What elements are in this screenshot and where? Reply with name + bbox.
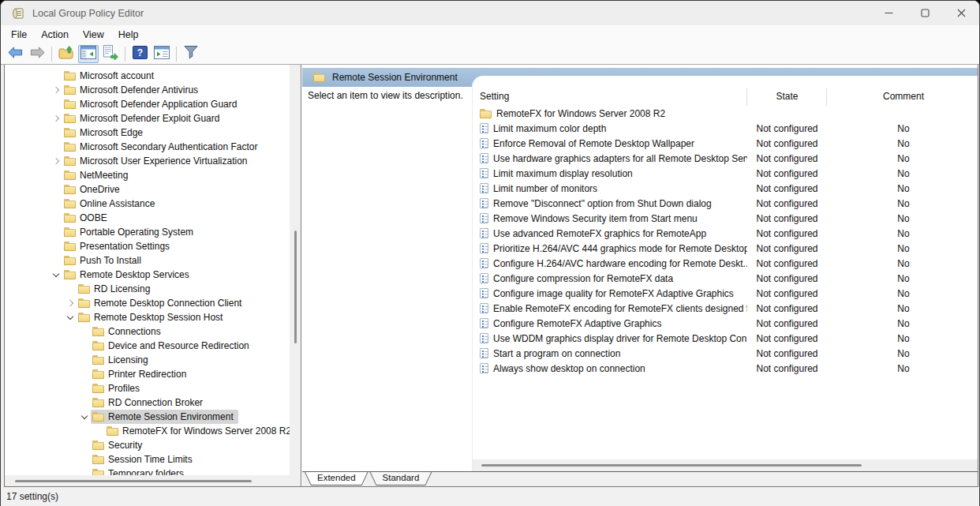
settings-list-row[interactable]: Remove Windows Security item from Start … — [473, 211, 978, 226]
settings-list-row[interactable]: Use hardware graphics adapters for all R… — [473, 151, 978, 166]
chevron-down-icon[interactable] — [50, 268, 62, 281]
tree-item-core[interactable]: Temporary folders — [91, 467, 189, 475]
tree-item[interactable]: NetMeeting — [5, 168, 290, 182]
tree-item-core[interactable]: Security — [91, 438, 147, 452]
menu-action[interactable]: Action — [34, 27, 76, 43]
up-one-level-button[interactable] — [56, 45, 77, 63]
tree-item-core[interactable]: Portable Operating System — [62, 225, 198, 239]
setting-cell[interactable]: Use advanced RemoteFX graphics for Remot… — [473, 228, 747, 239]
tree-item[interactable]: Microsoft User Experience Virtualization — [5, 154, 290, 168]
tree-item[interactable]: Microsoft Edge — [5, 126, 290, 140]
tree-item[interactable]: Microsoft Defender Exploit Guard — [5, 111, 290, 126]
export-list-button[interactable] — [100, 45, 121, 63]
setting-cell[interactable]: Use WDDM graphics display driver for Rem… — [473, 333, 747, 344]
tree-horizontal-scrollbar-thumb[interactable] — [15, 480, 252, 482]
back-button[interactable] — [5, 45, 25, 63]
settings-list-row[interactable]: Prioritize H.264/AVC 444 graphics mode f… — [473, 241, 978, 256]
setting-cell[interactable]: Configure H.264/AVC hardware encoding fo… — [473, 258, 747, 269]
tree-item[interactable]: OOBE — [5, 211, 290, 225]
tab-standard[interactable]: Standard — [370, 472, 432, 485]
filter-button[interactable] — [181, 45, 201, 63]
settings-list-row[interactable]: Limit number of monitorsNot configuredNo — [473, 181, 978, 196]
settings-list-row[interactable]: Configure H.264/AVC hardware encoding fo… — [473, 256, 978, 271]
close-button[interactable] — [943, 1, 979, 25]
tree-item-core[interactable]: Microsoft Edge — [62, 126, 148, 140]
tree-item[interactable]: Printer Redirection — [5, 367, 290, 381]
menu-file[interactable]: File — [4, 27, 34, 43]
settings-list-row[interactable]: Remove "Disconnect" option from Shut Dow… — [473, 196, 978, 211]
tree-item-core[interactable]: Microsoft User Experience Virtualization — [62, 154, 252, 168]
tree-item-core[interactable]: Microsoft Defender Antivirus — [62, 83, 203, 97]
tree-item[interactable]: Push To Install — [5, 253, 290, 268]
setting-cell[interactable]: Start a program on connection — [473, 348, 747, 359]
setting-cell[interactable]: Configure compression for RemoteFX data — [473, 273, 747, 284]
settings-list-row[interactable]: Configure compression for RemoteFX dataN… — [473, 271, 978, 286]
settings-list-row[interactable]: Start a program on connectionNot configu… — [473, 346, 978, 361]
tree-item-core[interactable]: Online Assistance — [62, 197, 159, 211]
list-horizontal-scrollbar[interactable] — [473, 459, 978, 471]
tree-item[interactable]: Microsoft account — [5, 69, 290, 83]
tree-item-core[interactable]: Remote Session Environment — [91, 410, 238, 424]
settings-list-row[interactable]: Configure RemoteFX Adaptive GraphicsNot … — [473, 316, 978, 331]
menu-view[interactable]: View — [76, 27, 111, 43]
tree-item-core[interactable]: Printer Redirection — [91, 367, 191, 381]
column-header-comment[interactable]: Comment — [827, 91, 980, 102]
tree-item-core[interactable]: Device and Resource Redirection — [91, 339, 254, 353]
setting-cell[interactable]: Remove Windows Security item from Start … — [473, 213, 747, 224]
tree-item[interactable]: Remote Desktop Services — [5, 268, 290, 282]
chevron-right-icon[interactable] — [50, 84, 62, 96]
minimize-button[interactable] — [870, 1, 907, 25]
tree-item[interactable]: Session Time Limits — [5, 452, 290, 467]
settings-list-row[interactable]: Enable RemoteFX encoding for RemoteFX cl… — [473, 301, 978, 316]
setting-cell[interactable]: Use hardware graphics adapters for all R… — [473, 153, 747, 164]
tree-item-core[interactable]: Microsoft Secondary Authentication Facto… — [62, 140, 262, 154]
settings-list-row[interactable]: Limit maximum color depthNot configuredN… — [473, 121, 978, 136]
help-button[interactable]: ? — [129, 45, 150, 63]
tree-vertical-scrollbar-thumb[interactable] — [294, 231, 297, 343]
setting-cell[interactable]: Enforce Removal of Remote Desktop Wallpa… — [473, 138, 747, 149]
tab-extended[interactable]: Extended — [305, 472, 368, 485]
tree-item-core[interactable]: OOBE — [62, 211, 112, 225]
tree-item-core[interactable]: Remote Desktop Session Host — [77, 310, 227, 324]
forward-button[interactable] — [27, 45, 47, 63]
setting-cell[interactable]: Always show desktop on connection — [473, 363, 747, 374]
tree-item-core[interactable]: NetMeeting — [62, 168, 133, 182]
tree-item[interactable]: Security — [5, 438, 290, 452]
chevron-down-icon[interactable] — [78, 410, 91, 423]
setting-cell[interactable]: Configure RemoteFX Adaptive Graphics — [473, 318, 747, 329]
settings-list-row[interactable]: Use WDDM graphics display driver for Rem… — [473, 331, 978, 346]
setting-cell[interactable]: Limit maximum display resolution — [473, 168, 747, 179]
tree-item[interactable]: Profiles — [5, 381, 290, 395]
settings-list-row[interactable]: RemoteFX for Windows Server 2008 R2 — [473, 106, 978, 121]
menu-help[interactable]: Help — [111, 27, 146, 43]
tree-item-core[interactable]: RD Licensing — [77, 282, 155, 296]
tree-item-core[interactable]: Remote Desktop Services — [62, 268, 194, 282]
tree-item[interactable]: Microsoft Defender Application Guard — [5, 97, 290, 111]
chevron-right-icon[interactable] — [64, 297, 77, 309]
tree-item[interactable]: Online Assistance — [5, 197, 290, 211]
tree-horizontal-scrollbar[interactable] — [5, 475, 301, 486]
setting-cell[interactable]: Limit maximum color depth — [473, 123, 747, 134]
tree-item-core[interactable]: Presentation Settings — [62, 239, 174, 253]
tree-item[interactable]: OneDrive — [5, 182, 290, 197]
tree-item-core[interactable]: Licensing — [91, 353, 153, 367]
list-horizontal-scrollbar-thumb[interactable] — [481, 464, 862, 467]
tree-item[interactable]: Presentation Settings — [5, 239, 290, 253]
tree-item-core[interactable]: Remote Desktop Connection Client — [77, 296, 246, 310]
tree-item-core[interactable]: Connections — [91, 324, 166, 339]
tree-item[interactable]: Portable Operating System — [5, 225, 290, 239]
settings-list-row[interactable]: Configure image quality for RemoteFX Ada… — [473, 286, 978, 301]
tree-item[interactable]: Remote Desktop Connection Client — [5, 296, 290, 310]
tree-item[interactable]: Remote Session Environment — [5, 410, 290, 424]
tree-item-core[interactable]: Microsoft Defender Exploit Guard — [62, 111, 224, 126]
chevron-right-icon[interactable] — [50, 155, 62, 167]
tree-item[interactable]: Licensing — [5, 353, 290, 367]
tree-item-core[interactable]: RD Connection Broker — [91, 395, 208, 410]
tree-item-core[interactable]: OneDrive — [62, 182, 125, 197]
setting-cell[interactable]: Enable RemoteFX encoding for RemoteFX cl… — [473, 303, 747, 314]
chevron-right-icon[interactable] — [50, 112, 62, 125]
tree-item-core[interactable]: Microsoft Defender Application Guard — [62, 97, 241, 111]
maximize-button[interactable] — [907, 1, 943, 25]
tree-item[interactable]: Connections — [5, 324, 290, 339]
tree-item[interactable]: RemoteFX for Windows Server 2008 R2 — [5, 424, 290, 438]
